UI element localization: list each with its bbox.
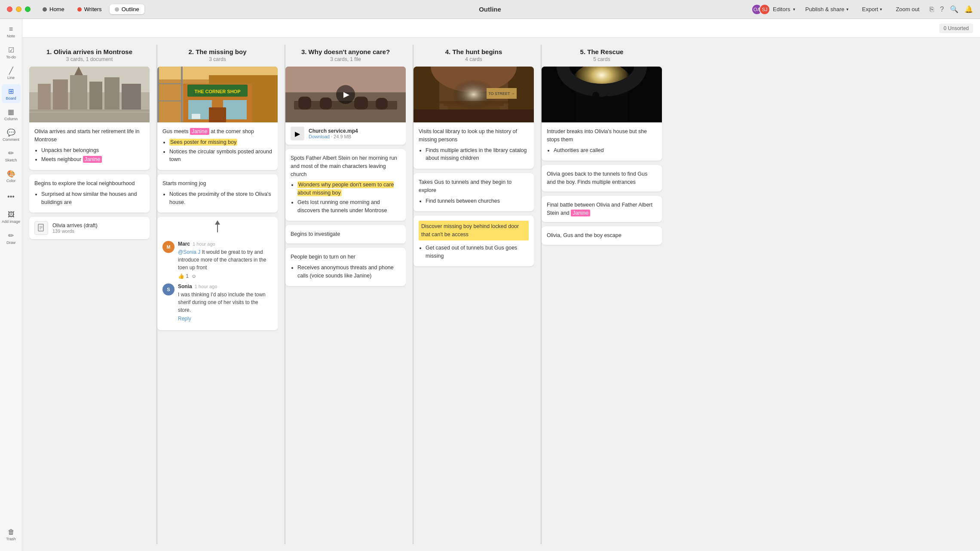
comment-section: M Marc 1 hour ago @Sonia J It would be g… (157, 237, 278, 330)
help-icon[interactable]: ? (940, 6, 944, 13)
svg-rect-56 (592, 97, 599, 120)
card-5-1-bullet-1: Authorities are called (554, 146, 657, 155)
card-5-4-text: Olivia, Gus and the boy escape (547, 232, 622, 238)
column-3: 3. Why doesn't anyone care? 3 cards, 1 f… (285, 45, 406, 544)
column-2-title: 2. The missing boy (157, 48, 278, 55)
card-5-2: Olivia goes back to the tunnels to find … (542, 165, 662, 192)
sidebar-item-draw[interactable]: ✏ Draw (2, 228, 21, 247)
attachment-name: Church service.mp4 (309, 128, 358, 134)
sidebar-item-comment[interactable]: 💬 Comment (2, 125, 21, 144)
tab-outline-label: Outline (122, 6, 139, 12)
export-button[interactable]: Export ▾ (859, 4, 886, 14)
column-4-title: 4. The hunt begins (413, 48, 534, 55)
card-1-2-body: Begins to explore the local neighbourhoo… (29, 174, 150, 213)
card-3-2-bullet-1: Wonders why people don't seem to care ab… (297, 181, 401, 197)
svg-rect-2 (38, 84, 51, 114)
card-4-1-bullet-1: Finds multiple articles in the library c… (426, 146, 529, 163)
sidebar-item-todo[interactable]: ☑ To-do (2, 43, 21, 62)
zoom-out-button[interactable]: Zoom out (892, 4, 923, 14)
column-3-title: 3. Why doesn't anyone care? (285, 48, 406, 55)
doc-name: Olivia arrives (draft) (52, 222, 98, 228)
close-button[interactable] (7, 6, 12, 12)
card-1-doc: Olivia arrives (draft) 139 words (29, 217, 150, 239)
unsorted-button[interactable]: 0 Unsorted (939, 24, 973, 33)
card-4-1-body: Visits local library to look up the hist… (413, 122, 534, 169)
tab-home[interactable]: Home (37, 4, 70, 14)
sidebar-item-addimage[interactable]: 🖼 Add image (2, 208, 21, 227)
play-icon: ▶ (343, 90, 349, 99)
svg-point-57 (592, 92, 599, 99)
column-2-header: 2. The missing boy 3 cards (157, 45, 278, 67)
column-5-subtitle: 5 cards (542, 56, 662, 62)
card-4-2-text: Takes Gus to tunnels and they begin to e… (419, 179, 511, 193)
sidebar-item-note[interactable]: ≡ Note (2, 22, 21, 41)
card-2-1-text: Gus meets Janine at the corner shop (162, 128, 254, 135)
card-5-3-text: Final battle between Olivia and Father A… (547, 202, 652, 216)
svg-text:TO STREET →: TO STREET → (488, 91, 515, 96)
sidebar-item-sketch[interactable]: ✏ Sketch (2, 146, 21, 165)
svg-point-59 (603, 96, 609, 102)
search-icon[interactable]: 🔍 (950, 5, 959, 13)
emoji-reaction[interactable]: ☺ (191, 273, 196, 279)
editors-button[interactable]: OA SJ Editors ▾ (751, 4, 795, 15)
sidebar-item-color[interactable]: 🎨 Color (2, 167, 21, 186)
reply-button[interactable]: Reply (178, 316, 273, 322)
tab-group: Home Writers Outline (37, 4, 144, 14)
card-5-2-body: Olivia goes back to the tunnels to find … (542, 165, 662, 192)
sidebar-item-board[interactable]: ⊞ Board (2, 84, 21, 103)
writers-dot (77, 7, 82, 12)
card-1-1-body: Olivia arrives and starts her retirement… (29, 122, 150, 170)
comment-sonia-text: I was thinking I'd also include the town… (178, 291, 273, 314)
column-5-body: Intruder breaks into Olivia's house but … (542, 67, 662, 544)
svg-rect-29 (192, 114, 200, 119)
tab-home-label: Home (49, 6, 64, 12)
svg-rect-4 (70, 75, 87, 114)
card-3-2-text: Spots Father Albert Stein on her morning… (291, 155, 397, 177)
notification-icon[interactable]: 🔔 (965, 5, 973, 13)
sidebar-item-line[interactable]: ╱ Line (2, 64, 21, 82)
publish-share-button[interactable]: Publish & share ▾ (802, 4, 852, 14)
traffic-lights (7, 6, 31, 12)
tab-outline[interactable]: Outline (110, 4, 144, 14)
sidebar-item-column[interactable]: ▦ Column (2, 105, 21, 124)
card-3-3-text: Begins to investigate (291, 231, 340, 237)
col-wrap-2: 2. The missing boy 3 cards (157, 45, 285, 544)
window-title: Outline (479, 6, 501, 13)
board-icon: ⊞ (8, 87, 14, 95)
col-wrap-5: 5. The Rescue 5 cards (542, 45, 669, 544)
avatar-2: SJ (759, 4, 770, 15)
column-label: Column (4, 117, 18, 121)
card-3-3-body: Begins to investigate (285, 225, 406, 244)
card-3-4-text: People begin to turn on her (291, 254, 355, 260)
sketch-icon: ✏ (8, 149, 14, 157)
missing-boy-highlight: Sees poster for missing boy (169, 139, 237, 146)
attachment-info: Church service.mp4 Download · 24.9 MB (309, 128, 358, 139)
maximize-button[interactable] (25, 6, 31, 12)
column-3-subtitle: 3 cards, 1 file (285, 56, 406, 62)
tab-writers[interactable]: Writers (72, 4, 107, 14)
column-1-title: 1. Olivia arrives in Montrose (29, 48, 150, 55)
janine-mention-1: Janine (83, 156, 102, 163)
card-1-2: Begins to explore the local neighbourhoo… (29, 174, 150, 213)
thumbs-up-reaction[interactable]: 👍 1 (178, 273, 189, 279)
column-4-body: TO STREET → Visits local library to look… (413, 67, 534, 544)
editors-chevron: ▾ (793, 7, 795, 12)
card-4-3: Discover missing boy behind locked door … (413, 216, 534, 266)
sidebar-item-more[interactable]: ••• (2, 187, 21, 206)
color-icon: 🎨 (7, 170, 15, 178)
minimize-button[interactable] (16, 6, 21, 12)
comment-marc: M Marc 1 hour ago @Sonia J It would be g… (162, 241, 273, 279)
svg-rect-3 (53, 79, 68, 114)
publish-chevron: ▾ (846, 7, 848, 12)
doc-card-body: Olivia arrives (draft) 139 words (29, 217, 150, 239)
line-label: Line (7, 76, 15, 80)
content-toolbar: 0 Unsorted (22, 19, 980, 38)
todo-icon: ☑ (8, 46, 14, 54)
play-button[interactable]: ▶ (336, 85, 355, 104)
download-link[interactable]: Download (309, 134, 330, 139)
svg-rect-26 (181, 67, 183, 122)
card-1-1-text: Olivia arrives and starts her retirement… (34, 128, 140, 143)
sidebar-item-trash[interactable]: 🗑 Trash (2, 525, 21, 544)
svg-rect-36 (298, 97, 311, 110)
column-icon: ▦ (8, 108, 14, 116)
